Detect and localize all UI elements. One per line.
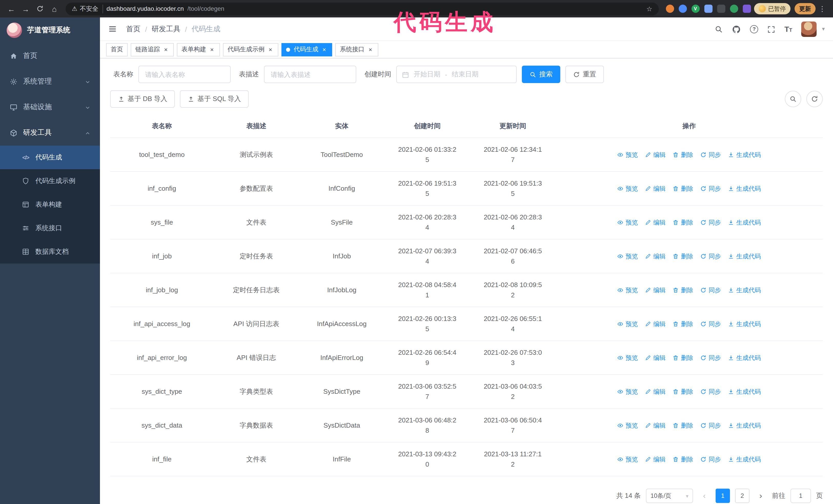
fullscreen-button[interactable]	[767, 24, 775, 33]
goto-page-input[interactable]	[790, 488, 811, 503]
sync-link[interactable]: 同步	[700, 353, 721, 362]
sidebar-item-codegen-example[interactable]: 代码生成示例	[0, 169, 100, 193]
preview-link[interactable]: 预览	[617, 150, 638, 159]
sync-link[interactable]: 同步	[700, 421, 721, 430]
edit-link[interactable]: 编辑	[645, 184, 666, 193]
edit-link[interactable]: 编辑	[645, 455, 666, 464]
sync-link[interactable]: 同步	[700, 387, 721, 396]
extension-icon[interactable]: V	[691, 5, 699, 13]
delete-link[interactable]: 删除	[673, 150, 693, 159]
edit-link[interactable]: 编辑	[645, 218, 666, 227]
delete-link[interactable]: 删除	[673, 387, 693, 396]
close-icon[interactable]: ×	[321, 46, 328, 53]
generate-code-link[interactable]: 生成代码	[728, 150, 761, 159]
extension-icon[interactable]	[666, 5, 674, 13]
preview-link[interactable]: 预览	[617, 184, 638, 193]
browser-back-button[interactable]: ←	[4, 2, 19, 16]
import-sql-button[interactable]: 基于 SQL 导入	[180, 90, 249, 108]
delete-link[interactable]: 删除	[673, 421, 693, 430]
delete-link[interactable]: 删除	[673, 251, 693, 261]
preview-link[interactable]: 预览	[617, 251, 638, 261]
sidebar-item-system[interactable]: 系统管理	[0, 69, 100, 94]
extension-icon[interactable]	[679, 5, 687, 13]
browser-forward-button[interactable]: →	[19, 2, 33, 16]
extension-icon[interactable]	[742, 5, 751, 13]
font-size-button[interactable]: TT	[784, 25, 792, 33]
tab-home[interactable]: 首页	[106, 43, 128, 56]
breadcrumb-devtools[interactable]: 研发工具	[152, 24, 181, 33]
generate-code-link[interactable]: 生成代码	[728, 285, 761, 294]
preview-link[interactable]: 预览	[617, 353, 638, 362]
preview-link[interactable]: 预览	[617, 218, 638, 227]
extension-icon[interactable]	[717, 5, 725, 13]
preview-link[interactable]: 预览	[617, 319, 638, 329]
table-name-input[interactable]	[138, 66, 231, 83]
profile-paused-badge[interactable]: 已暂停	[754, 3, 790, 14]
toggle-search-button[interactable]	[785, 91, 801, 107]
generate-code-link[interactable]: 生成代码	[728, 218, 761, 227]
table-desc-input[interactable]	[264, 66, 356, 83]
sidebar-item-home[interactable]: 首页	[0, 43, 100, 69]
delete-link[interactable]: 删除	[673, 455, 693, 464]
generate-code-link[interactable]: 生成代码	[728, 421, 761, 430]
sync-link[interactable]: 同步	[700, 285, 721, 294]
generate-code-link[interactable]: 生成代码	[728, 353, 761, 362]
header-search-button[interactable]	[715, 24, 723, 33]
browser-menu-button[interactable]: ⋮	[815, 5, 829, 13]
delete-link[interactable]: 删除	[673, 319, 693, 329]
close-icon[interactable]: ×	[267, 46, 274, 53]
sync-link[interactable]: 同步	[700, 184, 721, 193]
generate-code-link[interactable]: 生成代码	[728, 455, 761, 464]
edit-link[interactable]: 编辑	[645, 421, 666, 430]
generate-code-link[interactable]: 生成代码	[728, 387, 761, 396]
sidebar-toggle-button[interactable]	[108, 25, 117, 33]
import-db-button[interactable]: 基于 DB 导入	[110, 90, 175, 108]
address-bar[interactable]: ⚠ 不安全 dashboard.yudao.iocoder.cn/tool/co…	[66, 2, 659, 15]
preview-link[interactable]: 预览	[617, 387, 638, 396]
next-page-button[interactable]: ›	[755, 488, 767, 503]
breadcrumb-home[interactable]: 首页	[126, 24, 140, 33]
sidebar-item-form-builder[interactable]: 表单构建	[0, 193, 100, 216]
tab-codegen-example[interactable]: 代码生成示例×	[223, 43, 278, 56]
security-chip[interactable]: ⚠ 不安全	[72, 4, 103, 13]
delete-link[interactable]: 删除	[673, 218, 693, 227]
avatar-caret-icon[interactable]: ▾	[822, 26, 825, 32]
github-link[interactable]	[732, 24, 741, 34]
sync-link[interactable]: 同步	[700, 150, 721, 159]
refresh-table-button[interactable]	[806, 91, 823, 107]
preview-link[interactable]: 预览	[617, 455, 638, 464]
tab-form-builder[interactable]: 表单构建×	[177, 43, 220, 56]
page-button-2[interactable]: 2	[735, 488, 749, 503]
reset-button[interactable]: 重置	[565, 66, 604, 83]
generate-code-link[interactable]: 生成代码	[728, 184, 761, 193]
generate-code-link[interactable]: 生成代码	[728, 251, 761, 261]
browser-reload-button[interactable]	[33, 2, 47, 16]
sync-link[interactable]: 同步	[700, 218, 721, 227]
edit-link[interactable]: 编辑	[645, 251, 666, 261]
preview-link[interactable]: 预览	[617, 421, 638, 430]
edit-link[interactable]: 编辑	[645, 150, 666, 159]
edit-link[interactable]: 编辑	[645, 285, 666, 294]
sidebar-item-infra[interactable]: 基础设施	[0, 94, 100, 120]
date-range-picker[interactable]: 开始日期 - 结束日期	[396, 66, 517, 83]
sidebar-item-codegen[interactable]: </> 代码生成	[0, 146, 100, 169]
delete-link[interactable]: 删除	[673, 285, 693, 294]
prev-page-button[interactable]: ‹	[698, 488, 711, 503]
generate-code-link[interactable]: 生成代码	[728, 319, 761, 329]
bookmark-star-icon[interactable]: ☆	[646, 5, 652, 13]
help-button[interactable]: ?	[750, 25, 758, 33]
extension-icon[interactable]	[730, 5, 738, 13]
extension-icon[interactable]	[704, 5, 712, 13]
delete-link[interactable]: 删除	[673, 353, 693, 362]
sync-link[interactable]: 同步	[700, 251, 721, 261]
tab-trace[interactable]: 链路追踪×	[131, 43, 174, 56]
close-icon[interactable]: ×	[367, 46, 374, 53]
sidebar-item-devtools[interactable]: 研发工具	[0, 120, 100, 146]
edit-link[interactable]: 编辑	[645, 319, 666, 329]
sidebar-item-db-doc[interactable]: 数据库文档	[0, 240, 100, 264]
edit-link[interactable]: 编辑	[645, 353, 666, 362]
delete-link[interactable]: 删除	[673, 184, 693, 193]
sidebar-item-system-api[interactable]: 系统接口	[0, 216, 100, 240]
search-button[interactable]: 搜索	[522, 66, 560, 83]
page-button-1[interactable]: 1	[716, 488, 730, 503]
